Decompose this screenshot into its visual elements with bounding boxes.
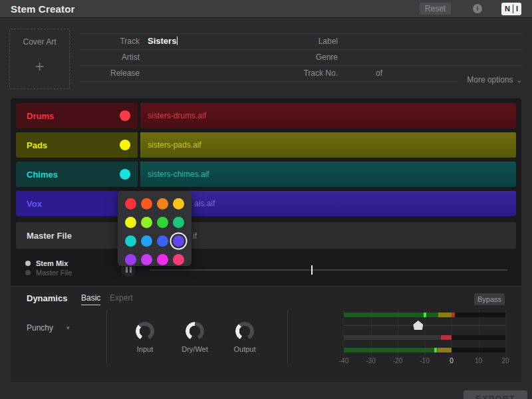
dynamics-title: Dynamics	[27, 293, 67, 303]
color-swatch[interactable]	[157, 198, 168, 209]
color-swatch[interactable]	[141, 254, 152, 265]
stem-creator-window: Stem Creator Reset i NI Cover Art + Trac…	[0, 0, 532, 399]
stem-filename: sisters-drums.aif	[148, 111, 206, 120]
master-file-row[interactable]: Master File if	[16, 222, 516, 249]
color-swatch[interactable]	[141, 198, 152, 209]
swatch-cell	[154, 250, 170, 269]
stem-mix-radio[interactable]	[25, 261, 31, 266]
color-swatch-selected[interactable]	[173, 235, 184, 247]
stem-mix-radio-label[interactable]: Stem Mix	[36, 259, 68, 267]
track-label: Track	[80, 37, 140, 46]
more-options-toggle[interactable]: More options⌄	[426, 75, 522, 84]
input-knob[interactable]	[136, 322, 154, 340]
track-input[interactable]: Sisters	[148, 36, 178, 46]
color-swatch[interactable]	[125, 198, 136, 209]
stem-filename-fragment: als.aif	[194, 199, 215, 208]
output-knob[interactable]	[235, 322, 254, 340]
tab-expert[interactable]: Expert	[110, 293, 133, 303]
color-swatch[interactable]	[125, 235, 136, 247]
preset-dropdown[interactable]: Punchy	[27, 323, 53, 332]
swatch-cell	[138, 194, 154, 213]
meter-scale-label: -40	[334, 357, 354, 364]
seek-track[interactable]	[150, 269, 507, 271]
form-divider	[80, 81, 458, 82]
master-filename-fragment: if	[193, 231, 197, 241]
meter-display	[344, 311, 505, 358]
drywet-knob[interactable]	[186, 322, 204, 340]
color-swatch[interactable]	[173, 198, 184, 209]
artist-label[interactable]: Artist	[80, 53, 140, 62]
stem-name-cell[interactable]: Chimes	[16, 162, 138, 187]
export-button[interactable]: EXPORT	[464, 390, 527, 399]
stem-name-label: Chimes	[27, 170, 58, 180]
stem-file-cell[interactable]: sisters-pads.aif	[140, 132, 516, 158]
swatch-cell	[154, 213, 170, 231]
color-swatch[interactable]	[125, 254, 136, 265]
meter-scale-label: 10	[469, 357, 489, 364]
swatch-cell	[170, 194, 186, 213]
tab-basic[interactable]: Basic	[81, 293, 100, 305]
stem-filename: sisters-chimes.aif	[148, 170, 209, 179]
release-label[interactable]: Release	[80, 68, 140, 78]
stem-file-cell[interactable]: sisters-drums.aif	[140, 103, 516, 128]
reset-button[interactable]: Reset	[420, 3, 451, 15]
swatch-cell	[138, 250, 154, 269]
app-title: Stem Creator	[11, 3, 75, 15]
stem-name-label: Drums	[27, 111, 54, 121]
swatch-cell	[170, 250, 186, 269]
stem-file-cell[interactable]: sisters-chimes.aif	[140, 162, 516, 187]
cover-art-dropzone[interactable]: Cover Art +	[9, 29, 70, 89]
stem-color-dot[interactable]	[120, 140, 130, 150]
swatch-cell	[154, 194, 170, 213]
stem-name-cell[interactable]: Pads	[16, 132, 138, 158]
master-file-label: Master File	[27, 231, 72, 241]
bypass-button[interactable]: Bypass	[474, 293, 505, 305]
meter-scale-label: 0	[442, 357, 462, 364]
color-swatch[interactable]	[141, 235, 152, 247]
stem-row-vox: Vox als.aif	[16, 191, 516, 216]
info-icon[interactable]: i	[473, 4, 482, 13]
swatch-cell	[122, 194, 138, 213]
color-swatch[interactable]	[125, 217, 136, 228]
stem-name-label: Vox	[27, 199, 42, 209]
divider	[106, 311, 107, 364]
meter-gridline	[505, 311, 506, 358]
output-knob-label: Output	[221, 345, 268, 353]
color-swatch[interactable]	[141, 217, 152, 228]
master-file-radio-label[interactable]: Master File	[36, 269, 72, 277]
stem-color-dot[interactable]	[120, 110, 130, 121]
color-swatch[interactable]	[173, 217, 184, 228]
dropdown-arrow-icon: ▾	[66, 325, 70, 331]
label-label[interactable]: Label	[253, 37, 338, 46]
color-swatch[interactable]	[157, 235, 168, 247]
ni-logo-icon[interactable]: NI	[501, 3, 521, 15]
swatch-cell	[170, 213, 186, 231]
stem-file-cell[interactable]: als.aif	[140, 191, 516, 216]
stem-name-cell[interactable]: Drums	[16, 103, 138, 128]
meter-segment	[441, 335, 452, 340]
color-swatch[interactable]	[173, 254, 184, 265]
meter-segment	[344, 348, 438, 352]
chevron-down-icon: ⌄	[517, 76, 522, 84]
threshold-handle[interactable]	[413, 321, 423, 330]
input-knob-label: Input	[122, 345, 168, 353]
genre-label[interactable]: Genre	[253, 53, 338, 62]
meter-segment	[452, 313, 455, 317]
playhead-marker[interactable]	[311, 265, 313, 275]
meter-segment	[438, 348, 452, 352]
add-cover-art-icon: +	[10, 59, 69, 74]
stem-filename: sisters-pads.aif	[148, 140, 201, 150]
threshold-line	[344, 325, 505, 326]
stem-color-dot[interactable]	[120, 169, 130, 180]
form-divider	[80, 65, 522, 66]
text-cursor	[177, 37, 178, 45]
color-swatch[interactable]	[157, 254, 168, 265]
meter-segment	[344, 335, 452, 340]
track-no-label[interactable]: Track No.	[253, 68, 338, 78]
form-divider	[80, 33, 522, 34]
master-file-radio[interactable]	[25, 270, 31, 275]
stems-panel: Drums sisters-drums.aif Pads sisters-pad…	[11, 98, 521, 382]
form-divider	[80, 49, 522, 50]
divider	[287, 311, 288, 364]
color-swatch[interactable]	[157, 217, 168, 228]
